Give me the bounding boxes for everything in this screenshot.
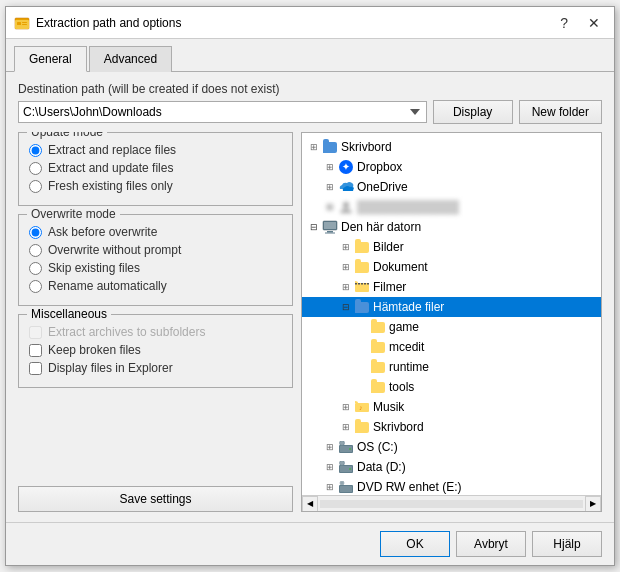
expander-tools[interactable] <box>354 379 370 395</box>
dialog: Extraction path and options ? ✕ General … <box>5 6 615 566</box>
tree-label-mcedit: mcedit <box>389 340 424 354</box>
tree-label-game: game <box>389 320 419 334</box>
tree-item-dvd-e[interactable]: ⊞ DVD RW enhet (E:) <box>302 477 601 495</box>
tree-item-onedrive[interactable]: ⊞ OneDrive <box>302 177 601 197</box>
ok-button[interactable]: OK <box>380 531 450 557</box>
tree-item-user[interactable]: ⊞ ████████████ <box>302 197 601 217</box>
expander-dokument[interactable]: ⊞ <box>338 259 354 275</box>
expander-runtime[interactable] <box>354 359 370 375</box>
tree-item-skrivbord-top[interactable]: ⊞ Skrivbord <box>302 137 601 157</box>
tree-item-os-c[interactable]: ⊞ OS (C:) <box>302 437 601 457</box>
expander-os-c[interactable]: ⊞ <box>322 439 338 455</box>
drive-icon-dvd-e <box>338 479 354 495</box>
tab-advanced[interactable]: Advanced <box>89 46 172 72</box>
fresh-existing-label: Fresh existing files only <box>48 179 173 193</box>
radio-fresh-existing[interactable]: Fresh existing files only <box>29 179 282 193</box>
destination-path-select[interactable]: C:\Users\John\Downloads <box>18 101 427 123</box>
tree-item-data-d[interactable]: ⊞ Data (D:) <box>302 457 601 477</box>
expander-skrivbord[interactable]: ⊞ <box>338 419 354 435</box>
pc-icon <box>322 219 338 235</box>
check-keep-broken[interactable]: Keep broken files <box>29 343 282 357</box>
drive-icon-os-c <box>338 439 354 455</box>
radio-skip-existing[interactable]: Skip existing files <box>29 261 282 275</box>
check-extract-subfolders[interactable]: Extract archives to subfolders <box>29 325 282 339</box>
expander-musik[interactable]: ⊞ <box>338 399 354 415</box>
radio-overwrite-no-prompt[interactable]: Overwrite without prompt <box>29 243 282 257</box>
radio-extract-update[interactable]: Extract and update files <box>29 161 282 175</box>
rename-auto-label: Rename automatically <box>48 279 167 293</box>
svg-rect-12 <box>358 283 360 285</box>
svg-rect-20 <box>349 448 351 450</box>
svg-rect-13 <box>361 283 363 285</box>
tree-item-hamtade-filer[interactable]: ⊟ Hämtade filer <box>302 297 601 317</box>
expander-skrivbord-top[interactable]: ⊞ <box>306 139 322 155</box>
expander-user[interactable]: ⊞ <box>322 199 338 215</box>
expander-game[interactable] <box>354 319 370 335</box>
svg-point-5 <box>343 202 349 208</box>
svg-rect-8 <box>327 231 333 233</box>
tree-item-runtime[interactable]: runtime <box>302 357 601 377</box>
folder-icon-runtime <box>370 359 386 375</box>
tree-item-tools[interactable]: tools <box>302 377 601 397</box>
svg-rect-11 <box>355 283 357 285</box>
svg-point-21 <box>340 441 345 446</box>
expander-hamtade-filer[interactable]: ⊟ <box>338 299 354 315</box>
svg-rect-27 <box>340 486 352 492</box>
svg-rect-9 <box>325 233 335 234</box>
file-tree[interactable]: ⊞ Skrivbord ⊞ ✦ Dropbox <box>302 133 601 495</box>
update-mode-group: Update mode Extract and replace files Ex… <box>18 132 293 206</box>
folder-icon-dokument <box>354 259 370 275</box>
expander-denna-dator[interactable]: ⊟ <box>306 219 322 235</box>
cancel-button[interactable]: Avbryt <box>456 531 526 557</box>
tree-item-musik[interactable]: ⊞ ♪ Musik <box>302 397 601 417</box>
folder-icon-skrivbord <box>354 419 370 435</box>
new-folder-button[interactable]: New folder <box>519 100 602 124</box>
tree-item-denna-dator[interactable]: ⊟ Den här datorn <box>302 217 601 237</box>
tree-item-filmer[interactable]: ⊞ Filmer <box>302 277 601 297</box>
left-panel: Update mode Extract and replace files Ex… <box>18 132 293 512</box>
radio-ask-before[interactable]: Ask before overwrite <box>29 225 282 239</box>
expander-filmer[interactable]: ⊞ <box>338 279 354 295</box>
expander-onedrive[interactable]: ⊞ <box>322 179 338 195</box>
radio-extract-replace[interactable]: Extract and replace files <box>29 143 282 157</box>
tree-item-dokument[interactable]: ⊞ Dokument <box>302 257 601 277</box>
expander-mcedit[interactable] <box>354 339 370 355</box>
radio-rename-auto[interactable]: Rename automatically <box>29 279 282 293</box>
tree-label-tools: tools <box>389 380 414 394</box>
dialog-content: Destination path (will be created if doe… <box>6 72 614 522</box>
dropbox-icon: ✦ <box>338 159 354 175</box>
folder-icon-hamtade-filer <box>354 299 370 315</box>
overwrite-mode-group: Overwrite mode Ask before overwrite Over… <box>18 214 293 306</box>
expander-data-d[interactable]: ⊞ <box>322 459 338 475</box>
tree-item-skrivbord[interactable]: ⊞ Skrivbord <box>302 417 601 437</box>
folder-icon-bilder <box>354 239 370 255</box>
tree-label-hamtade-filer: Hämtade filer <box>373 300 444 314</box>
hscroll-right-arrow[interactable]: ▶ <box>585 496 601 512</box>
help-title-button[interactable]: ? <box>554 14 574 32</box>
horizontal-scrollbar[interactable]: ◀ ▶ <box>302 495 601 511</box>
svg-rect-24 <box>349 468 351 470</box>
check-display-explorer[interactable]: Display files in Explorer <box>29 361 282 375</box>
save-settings-button[interactable]: Save settings <box>18 486 293 512</box>
display-button[interactable]: Display <box>433 100 513 124</box>
tree-label-bilder: Bilder <box>373 240 404 254</box>
tree-item-bilder[interactable]: ⊞ Bilder <box>302 237 601 257</box>
destination-label: Destination path (will be created if doe… <box>18 82 602 96</box>
expander-dropbox[interactable]: ⊞ <box>322 159 338 175</box>
hscroll-left-arrow[interactable]: ◀ <box>302 496 318 512</box>
expander-bilder[interactable]: ⊞ <box>338 239 354 255</box>
tree-item-game[interactable]: game <box>302 317 601 337</box>
title-bar-left: Extraction path and options <box>14 15 181 31</box>
file-tree-panel: ⊞ Skrivbord ⊞ ✦ Dropbox <box>301 132 602 512</box>
close-button[interactable]: ✕ <box>582 14 606 32</box>
extract-update-label: Extract and update files <box>48 161 173 175</box>
tree-item-dropbox[interactable]: ⊞ ✦ Dropbox <box>302 157 601 177</box>
extract-subfolders-label: Extract archives to subfolders <box>48 325 205 339</box>
help-footer-button[interactable]: Hjälp <box>532 531 602 557</box>
expander-dvd-e[interactable]: ⊞ <box>322 479 338 495</box>
tab-general[interactable]: General <box>14 46 87 72</box>
tree-label-filmer: Filmer <box>373 280 406 294</box>
hscroll-track[interactable] <box>320 500 583 508</box>
tree-label-musik: Musik <box>373 400 404 414</box>
tree-item-mcedit[interactable]: mcedit <box>302 337 601 357</box>
